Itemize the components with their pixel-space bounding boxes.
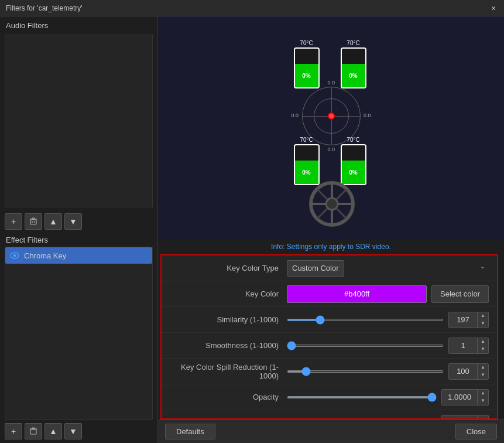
audio-toolbar: + ▲ ▼: [0, 210, 157, 233]
telemetry-container: 70°C 0% 70°C 0%: [244, 34, 419, 221]
audio-delete-button[interactable]: [25, 213, 42, 230]
effect-item-chroma-key[interactable]: Chroma Key: [5, 247, 152, 264]
opacity-label: Opacity: [170, 393, 287, 401]
effect-filters-label: Effect Filters: [0, 233, 157, 247]
left-panel: Audio Filters + ▲ ▼ Effect Filters: [0, 16, 158, 443]
effect-add-button[interactable]: +: [5, 423, 22, 439]
contrast-number-input[interactable]: [442, 415, 477, 420]
spill-reduction-label: Key Color Spill Reduction (1-1000): [170, 363, 287, 380]
similarity-spin-up[interactable]: ▲: [478, 312, 488, 320]
crosshair-dot: [328, 113, 335, 120]
opacity-spin-down[interactable]: ▼: [478, 397, 488, 405]
effect-down-button[interactable]: ▼: [64, 423, 82, 439]
svg-rect-0: [30, 220, 36, 224]
coord-top: 0.0: [328, 80, 335, 86]
audio-add-button[interactable]: +: [5, 213, 22, 230]
contrast-slider-wrapper: ▲ ▼: [287, 415, 489, 420]
gauge-tl-value: 0%: [302, 73, 310, 79]
spill-reduction-input-group: ▲ ▼: [448, 363, 489, 380]
svg-line-18: [317, 209, 327, 219]
select-color-button[interactable]: Select color: [431, 285, 489, 303]
gauge-tr: 70°C 0%: [341, 40, 366, 88]
opacity-slider[interactable]: [287, 396, 437, 398]
title-bar: Filters for 'car_telemetry' ×: [0, 0, 504, 16]
audio-down-button[interactable]: ▼: [64, 213, 82, 230]
opacity-control: ▲ ▼: [287, 389, 489, 405]
gauge-tr-box: 0%: [341, 47, 366, 88]
spill-reduction-slider-wrapper: ▲ ▼: [287, 363, 489, 380]
spill-reduction-number-input[interactable]: [449, 364, 477, 379]
key-color-type-select-wrapper: Green Blue Magenta Custom Color: [287, 260, 489, 277]
gauge-tl: 70°C 0%: [294, 40, 320, 88]
svg-rect-7: [30, 430, 36, 434]
similarity-number-input[interactable]: [449, 312, 477, 328]
gauge-br-box: 0%: [341, 144, 366, 185]
steering-wheel-icon: [308, 180, 355, 227]
opacity-number-input[interactable]: [442, 390, 477, 405]
effect-item-label: Chroma Key: [24, 251, 66, 260]
contrast-row: Contrast ▲ ▼: [162, 410, 497, 420]
bottom-bar: Defaults Close: [158, 420, 504, 443]
svg-line-17: [337, 189, 347, 199]
defaults-button[interactable]: Defaults: [165, 424, 215, 439]
smoothness-spin-buttons: ▲ ▼: [477, 338, 488, 353]
spill-reduction-spin-up[interactable]: ▲: [478, 364, 488, 372]
effect-up-button[interactable]: ▲: [44, 423, 62, 439]
contrast-control: ▲ ▼: [287, 415, 489, 420]
similarity-spin-down[interactable]: ▼: [478, 320, 488, 328]
gauge-tr-temp: 70°C: [347, 40, 359, 46]
key-color-control: #b400ff Select color: [287, 285, 489, 303]
spill-reduction-spin-down[interactable]: ▼: [478, 372, 488, 379]
opacity-spin-up[interactable]: ▲: [478, 390, 488, 397]
spill-reduction-slider[interactable]: [287, 370, 444, 373]
key-color-type-label: Key Color Type: [170, 264, 287, 272]
gauge-bl-value: 0%: [302, 169, 310, 176]
opacity-row: Opacity ▲ ▼: [162, 384, 497, 410]
gauge-br-temp: 70°C: [347, 137, 359, 143]
svg-rect-2: [32, 218, 35, 219]
effect-toolbar: + ▲ ▼: [0, 420, 157, 443]
gauge-tr-fill: 0%: [342, 64, 365, 87]
smoothness-number-input[interactable]: [449, 338, 477, 353]
spill-reduction-spin-buttons: ▲ ▼: [477, 364, 488, 379]
effect-delete-button[interactable]: [25, 423, 42, 439]
smoothness-slider[interactable]: [287, 345, 444, 347]
smoothness-spin-up[interactable]: ▲: [478, 338, 488, 346]
spill-reduction-control: ▲ ▼: [287, 363, 489, 380]
gauge-br-value: 0%: [349, 169, 357, 176]
contrast-spin-buttons: ▲ ▼: [477, 415, 488, 420]
smoothness-spin-down[interactable]: ▼: [478, 346, 488, 353]
coord-right: 0.0: [364, 113, 371, 118]
gauge-tl-fill: 0%: [295, 64, 318, 87]
audio-filters-area: [5, 35, 153, 207]
contrast-spin-up[interactable]: ▲: [478, 415, 488, 420]
smoothness-label: Smoothness (1-1000): [170, 341, 287, 350]
title-bar-text: Filters for 'car_telemetry': [6, 4, 83, 12]
effect-list: Chroma Key: [5, 247, 153, 420]
trash-icon: [29, 217, 37, 226]
key-color-type-row: Key Color Type Green Blue Magenta Custom…: [162, 255, 497, 281]
key-color-row: Key Color #b400ff Select color: [162, 281, 497, 307]
smoothness-control: ▲ ▼: [287, 338, 489, 354]
close-button[interactable]: Close: [455, 424, 497, 439]
gauge-bl-temp: 70°C: [300, 137, 313, 143]
opacity-spin-buttons: ▲ ▼: [477, 390, 488, 405]
similarity-row: Similarity (1-1000) ▲ ▼: [162, 307, 497, 333]
key-color-type-control: Green Blue Magenta Custom Color: [287, 260, 489, 277]
smoothness-input-group: ▲ ▼: [448, 338, 489, 354]
svg-rect-9: [32, 428, 35, 429]
smoothness-slider-wrapper: ▲ ▼: [287, 338, 489, 354]
key-color-type-select[interactable]: Green Blue Magenta Custom Color: [287, 260, 344, 277]
info-bar: Info: Settings only apply to SDR video.: [158, 239, 504, 254]
contrast-input-group: ▲ ▼: [441, 415, 489, 420]
similarity-slider-wrapper: ▲ ▼: [287, 312, 489, 328]
gauge-bl-box: 0%: [294, 144, 320, 185]
similarity-spin-buttons: ▲ ▼: [477, 312, 488, 328]
key-color-preview-button[interactable]: #b400ff: [287, 285, 427, 303]
audio-up-button[interactable]: ▲: [44, 213, 62, 230]
eye-icon: [10, 251, 19, 260]
gauge-bl: 70°C 0%: [294, 137, 320, 185]
title-bar-close-button[interactable]: ×: [488, 2, 499, 14]
similarity-slider[interactable]: [287, 319, 444, 321]
settings-panel: Key Color Type Green Blue Magenta Custom…: [160, 254, 498, 420]
